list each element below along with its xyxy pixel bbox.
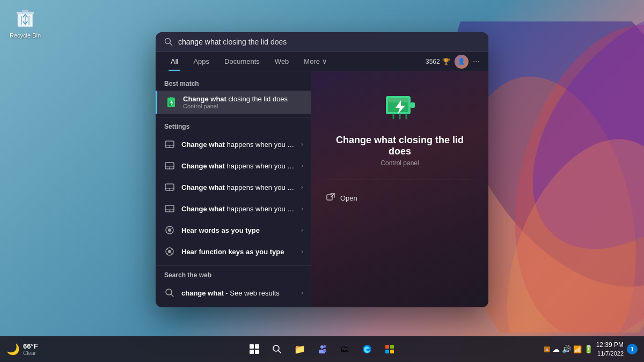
settings-result-5[interactable]: Hear words as you type ›: [156, 219, 311, 241]
preview-panel: Change what closing the lid does Control…: [311, 71, 488, 307]
svg-rect-50: [385, 350, 389, 353]
svg-point-30: [168, 228, 171, 232]
settings-result-2[interactable]: Change what happens when you drag four f…: [156, 155, 311, 176]
recycle-bin-label: Recycle Bin: [10, 32, 41, 39]
web-search-text: change what - See web results: [181, 289, 296, 297]
search-results-panel: Best match: [156, 71, 311, 307]
settings-result-5-title: Hear words as you type: [181, 226, 296, 234]
best-match-title-bold: Change what: [183, 95, 226, 103]
web-search-title: change what - See web results: [181, 289, 296, 297]
teams-button[interactable]: [312, 339, 332, 359]
score-value: 3562: [426, 58, 440, 65]
divider-2: [156, 265, 311, 266]
system-clock[interactable]: 12:39 PM 11/7/2022: [596, 341, 624, 358]
settings-result-6-text: Hear function keys as you type: [181, 248, 296, 256]
open-action-label: Open: [340, 194, 357, 202]
search-body: Best match: [156, 71, 488, 307]
svg-rect-38: [388, 98, 408, 102]
divider-1: [156, 117, 311, 117]
more-options-button[interactable]: ···: [473, 57, 480, 67]
store-button[interactable]: [380, 339, 399, 359]
system-tray: 🔼 ☁ 🔊 📶 🔋: [544, 345, 593, 353]
svg-rect-6: [17, 12, 34, 14]
settings-result-6[interactable]: Hear function keys as you type ›: [156, 241, 311, 262]
svg-rect-48: [385, 345, 389, 349]
settings-result-2-text: Change what happens when you drag four f…: [181, 162, 296, 170]
windows-logo: [250, 344, 259, 354]
network-icon[interactable]: 📶: [573, 345, 582, 353]
tab-documents[interactable]: Documents: [218, 52, 266, 71]
volume-icon[interactable]: 🔊: [562, 345, 571, 353]
settings-label: Settings: [156, 121, 311, 134]
search-web-label: Search the web: [156, 269, 311, 282]
cloud-icon: ☁: [552, 345, 560, 353]
settings-result-6-title: Hear function keys as you type: [181, 248, 296, 256]
preview-subtitle: Control panel: [380, 159, 419, 167]
touchpad-icon-3: [163, 181, 176, 194]
tab-web[interactable]: Web: [268, 52, 296, 71]
recycle-bin-image: [13, 6, 37, 30]
weather-temp: 66°F: [23, 342, 38, 350]
taskbar-search-button[interactable]: [267, 339, 287, 359]
web-arrow-icon: ›: [301, 289, 303, 297]
user-avatar[interactable]: 👤: [455, 55, 469, 69]
best-match-result[interactable]: Change what closing the lid does Control…: [156, 91, 311, 114]
weather-icon: 🌙: [6, 343, 20, 356]
weather-condition: Clear: [23, 350, 38, 356]
svg-rect-46: [323, 349, 326, 352]
clock-date: 11/7/2022: [596, 350, 624, 358]
search-bar[interactable]: change what closing the lid does: [156, 32, 488, 52]
tab-apps[interactable]: Apps: [187, 52, 216, 71]
best-match-label: Best match: [156, 78, 311, 91]
user-score: 3562 🏆: [426, 58, 450, 65]
svg-line-40: [331, 194, 334, 197]
tab-all[interactable]: All: [164, 52, 185, 71]
web-query-normal: - See web results: [224, 289, 280, 297]
edge-button[interactable]: [357, 339, 377, 359]
web-search-result[interactable]: change what - See web results ›: [156, 282, 311, 304]
open-action[interactable]: Open: [324, 189, 475, 208]
recycle-bin-icon[interactable]: Recycle Bin: [10, 6, 41, 39]
search-tabs: All Apps Documents Web More ∨ 3562 🏆 👤 ·…: [156, 52, 488, 71]
preview-icon: [380, 87, 419, 126]
best-match-title-normal: closing the lid does: [226, 95, 288, 103]
file-explorer-button[interactable]: 📁: [290, 339, 309, 359]
arrow-icon-4: ›: [301, 205, 303, 212]
settings-result-1[interactable]: Change what happens when you use three f…: [156, 134, 311, 155]
notification-button[interactable]: 1: [627, 344, 638, 354]
folder-button[interactable]: 🗂: [335, 339, 354, 359]
preview-divider: [324, 180, 475, 180]
svg-rect-7: [22, 10, 28, 12]
search-query-bold: change what: [178, 38, 221, 46]
settings-result-3-title: Change what happens when you use four fi…: [181, 183, 296, 191]
arrow-icon-3: ›: [301, 183, 303, 191]
search-query-normal: closing the lid does: [221, 38, 287, 46]
weather-widget[interactable]: 🌙 66°F Clear: [6, 342, 38, 356]
svg-point-32: [168, 250, 171, 253]
touchpad-icon-2: [163, 159, 176, 172]
tab-more[interactable]: More ∨: [297, 52, 333, 71]
settings-result-1-text: Change what happens when you use three f…: [181, 141, 296, 149]
score-icon: 🏆: [442, 58, 450, 65]
weather-info: 66°F Clear: [23, 342, 38, 356]
search-input[interactable]: change what closing the lid does: [178, 38, 480, 46]
arrow-icon-1: ›: [301, 141, 303, 148]
clock-time: 12:39 PM: [596, 341, 624, 350]
open-icon: [326, 193, 335, 203]
arrow-icon-2: ›: [301, 162, 303, 169]
settings-result-3[interactable]: Change what happens when you use four fi…: [156, 176, 311, 198]
settings-result-1-title: Change what happens when you use three f…: [181, 141, 296, 149]
best-match-icon: [165, 96, 178, 109]
settings-result-4[interactable]: Change what happens when you drag three …: [156, 198, 311, 219]
settings-result-4-text: Change what happens when you drag three …: [181, 205, 296, 213]
svg-rect-51: [390, 350, 394, 353]
settings-result-5-text: Hear words as you type: [181, 226, 296, 234]
search-overlay: change what closing the lid does All App…: [156, 32, 488, 307]
preview-title-normal: closing the lid does: [389, 135, 464, 157]
touchpad-icon-1: [163, 138, 176, 151]
best-match-subtitle: Control panel: [183, 103, 303, 109]
tray-chevron[interactable]: 🔼: [544, 346, 550, 352]
svg-line-34: [171, 294, 174, 297]
start-button[interactable]: [245, 339, 264, 359]
preview-actions: Open: [324, 189, 475, 208]
